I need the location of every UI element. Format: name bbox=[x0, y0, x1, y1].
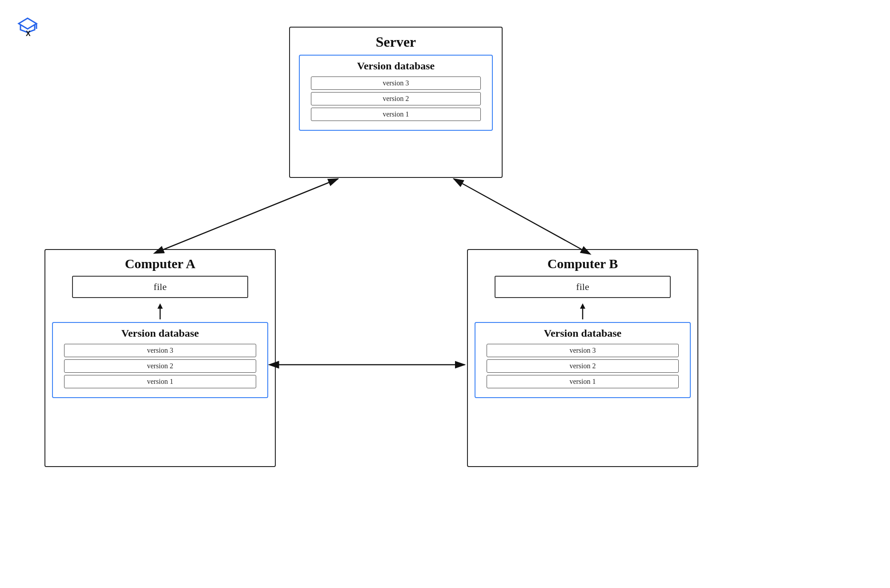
server-box: Server Version database version 3 versio… bbox=[289, 27, 503, 178]
server-version-item-3: version 3 bbox=[311, 77, 481, 90]
computer-a-version-item-1: version 1 bbox=[64, 375, 256, 388]
computer-b-version-db-title: Version database bbox=[482, 327, 683, 339]
svg-marker-6 bbox=[580, 303, 585, 309]
computer-a-version-item-3: version 3 bbox=[64, 344, 256, 357]
svg-text:X: X bbox=[26, 30, 31, 37]
computer-b-file: file bbox=[495, 276, 671, 298]
computer-b-up-arrow-icon bbox=[576, 302, 589, 320]
computer-a-box: Computer A file Version database version… bbox=[44, 249, 276, 467]
computer-b-version-item-2: version 2 bbox=[487, 359, 679, 373]
computer-a-file: file bbox=[72, 276, 248, 298]
svg-line-9 bbox=[162, 179, 338, 250]
svg-marker-4 bbox=[157, 303, 163, 309]
computer-a-up-arrow-icon bbox=[153, 302, 167, 320]
computer-a-title: Computer A bbox=[45, 256, 275, 271]
computer-b-version-item-3: version 3 bbox=[487, 344, 679, 357]
server-title: Server bbox=[290, 34, 502, 50]
computer-a-version-db-title: Version database bbox=[60, 327, 261, 339]
svg-line-10 bbox=[454, 179, 583, 250]
computer-b-title: Computer B bbox=[468, 256, 697, 271]
server-version-item-2: version 2 bbox=[311, 92, 481, 105]
svg-marker-0 bbox=[19, 18, 36, 29]
computer-b-version-item-1: version 1 bbox=[487, 375, 679, 388]
computer-b-version-db: Version database version 3 version 2 ver… bbox=[475, 322, 691, 398]
server-version-item-1: version 1 bbox=[311, 108, 481, 121]
logo: X bbox=[17, 16, 38, 39]
computer-b-box: Computer B file Version database version… bbox=[467, 249, 698, 467]
computer-a-version-db: Version database version 3 version 2 ver… bbox=[52, 322, 268, 398]
server-version-db-title: Version database bbox=[306, 60, 485, 72]
computer-a-version-item-2: version 2 bbox=[64, 359, 256, 373]
server-version-db: Version database version 3 version 2 ver… bbox=[299, 55, 493, 131]
